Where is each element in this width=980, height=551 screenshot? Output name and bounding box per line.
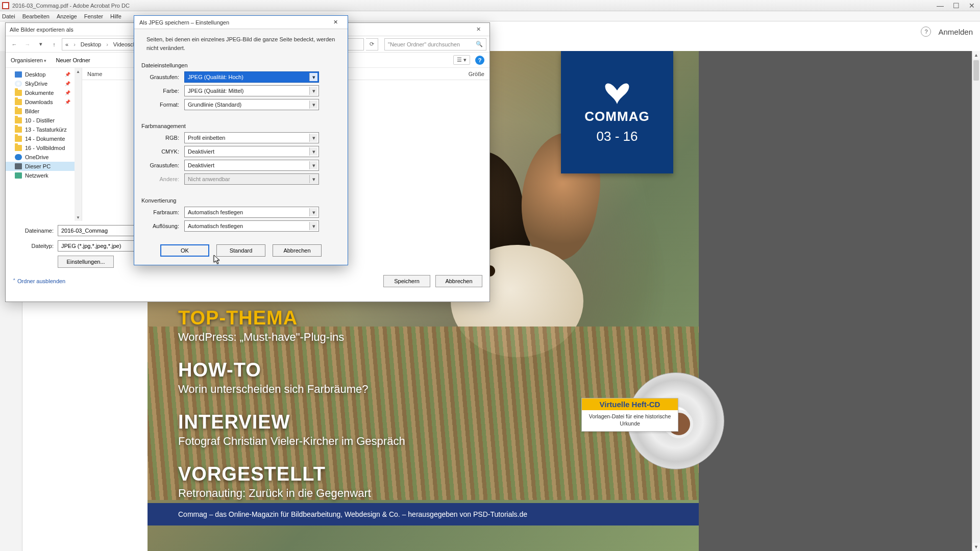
magazine-issue: 03 - 16 bbox=[597, 129, 638, 144]
explorer-help-icon[interactable]: ? bbox=[475, 56, 484, 65]
select-rgb[interactable]: Profil einbetten▾ bbox=[184, 132, 319, 143]
scroll-up-icon[interactable]: ▲ bbox=[75, 68, 82, 75]
group-conversion: Konvertierung Farbraum: Automatisch fest… bbox=[134, 192, 348, 239]
chevron-down-icon[interactable]: ▾ bbox=[309, 161, 317, 169]
settings-button[interactable]: Einstellungen... bbox=[58, 256, 114, 268]
sidebar-item-label: 13 - Tastaturkürz bbox=[25, 127, 67, 133]
sidebar-item[interactable]: SkyDrive📌 bbox=[6, 79, 82, 88]
cover-heading: TOP-THEMA bbox=[178, 307, 405, 329]
label-resolution: Auflösung: bbox=[140, 223, 184, 229]
maximize-icon[interactable]: ☐ bbox=[953, 2, 960, 10]
group-title: Dateieinstellungen bbox=[141, 62, 341, 68]
select-colorspace[interactable]: Automatisch festlegen▾ bbox=[184, 207, 319, 218]
sidebar-item[interactable]: Bilder bbox=[6, 107, 82, 116]
chevron-down-icon[interactable]: ▾ bbox=[309, 87, 317, 95]
cancel-button[interactable]: Abbrechen bbox=[435, 275, 482, 287]
cover-footer: Commag – das Online-Magazin für Bildbear… bbox=[148, 503, 699, 525]
search-placeholder: "Neuer Ordner" durchsuchen bbox=[388, 41, 460, 47]
search-input[interactable]: "Neuer Ordner" durchsuchen 🔍 bbox=[384, 38, 486, 51]
cover-footer-text: Commag – das Online-Magazin für Bildbear… bbox=[178, 510, 527, 518]
login-link[interactable]: Anmelden bbox=[938, 28, 973, 36]
sidebar-item-label: 16 - Vollbildmod bbox=[25, 145, 65, 151]
chevron-down-icon[interactable]: ▾ bbox=[309, 73, 317, 81]
refresh-icon[interactable]: ⟳ bbox=[366, 38, 378, 51]
select-format[interactable]: Grundlinie (Standard)▾ bbox=[184, 99, 319, 110]
ok-button[interactable]: OK bbox=[160, 244, 209, 257]
sidebar-item[interactable]: 14 - Dokumente bbox=[6, 134, 82, 143]
cover-sub: Worin unterscheiden sich Farbräume? bbox=[178, 383, 405, 396]
menu-anzeige[interactable]: Anzeige bbox=[57, 13, 77, 19]
pin-icon: 📌 bbox=[65, 90, 70, 95]
sidebar-item[interactable]: Desktop📌 bbox=[6, 70, 82, 79]
menu-hilfe[interactable]: Hilfe bbox=[110, 13, 121, 19]
sidebar-item-label: Dokumente bbox=[25, 90, 54, 96]
cover-sub: Fotograf Christian Vieler-Kircher im Ges… bbox=[178, 435, 405, 448]
nav-up-icon[interactable]: ↑ bbox=[48, 39, 60, 50]
menu-datei[interactable]: Datei bbox=[2, 13, 15, 19]
cancel-button[interactable]: Abbrechen bbox=[273, 244, 322, 257]
sidebar-item-label: Netzwerk bbox=[25, 172, 48, 179]
cover-heading: VORGESTELLT bbox=[178, 463, 405, 485]
sidebar-item-label: 14 - Dokumente bbox=[25, 136, 65, 142]
app-title-bar: 2016-03_Commag.pdf - Adobe Acrobat Pro D… bbox=[0, 0, 980, 11]
sidebar-item[interactable]: 16 - Vollbildmod bbox=[6, 143, 82, 153]
butterfly-icon bbox=[603, 80, 631, 105]
chevron-down-icon[interactable]: ▾ bbox=[309, 101, 317, 109]
col-size[interactable]: Größe bbox=[469, 71, 484, 77]
jpeg-dialog-title: Als JPEG speichern – Einstellungen bbox=[139, 19, 229, 26]
select-gray[interactable]: Deaktiviert▾ bbox=[184, 160, 319, 171]
sidebar-scrollbar[interactable]: ▲ ▼ bbox=[75, 68, 82, 221]
folder-icon bbox=[15, 99, 22, 105]
col-name[interactable]: Name bbox=[87, 71, 102, 77]
organize-menu[interactable]: Organisieren bbox=[11, 57, 47, 63]
menu-fenster[interactable]: Fenster bbox=[84, 13, 103, 19]
help-icon[interactable]: ? bbox=[921, 27, 931, 37]
chevron-down-icon[interactable]: ▾ bbox=[309, 147, 317, 156]
save-dialog-close-icon[interactable]: ✕ bbox=[470, 24, 486, 34]
sidebar-item[interactable]: Netzwerk bbox=[6, 171, 82, 180]
sidebar-item[interactable]: 13 - Tastaturkürz bbox=[6, 125, 82, 134]
jpeg-dialog-close-icon[interactable]: ✕ bbox=[328, 18, 342, 27]
nav-recent-icon[interactable]: ▾ bbox=[35, 39, 46, 50]
crumb[interactable]: « bbox=[65, 41, 68, 47]
search-icon[interactable]: 🔍 bbox=[476, 41, 483, 47]
nav-back-icon[interactable]: ← bbox=[9, 39, 20, 50]
scroll-thumb[interactable] bbox=[973, 60, 979, 81]
header-right: ? Anmelden bbox=[921, 27, 973, 37]
crumb[interactable]: Desktop bbox=[81, 41, 101, 47]
save-button[interactable]: Speichern bbox=[383, 275, 430, 287]
minimize-icon[interactable]: — bbox=[937, 2, 944, 10]
label-rgb: RGB: bbox=[140, 135, 184, 141]
select-resolution[interactable]: Automatisch festlegen▾ bbox=[184, 220, 319, 232]
sidebar-item[interactable]: OneDrive bbox=[6, 153, 82, 162]
label-grayscale: Graustufen: bbox=[140, 74, 184, 80]
sidebar-item[interactable]: Dieser PC bbox=[6, 162, 82, 171]
sidebar-item[interactable]: 10 - Distiller bbox=[6, 116, 82, 125]
group-title: Farbmanagement bbox=[141, 123, 341, 129]
chevron-down-icon[interactable]: ▾ bbox=[309, 208, 317, 216]
select-color[interactable]: JPEG (Qualität: Mittel)▾ bbox=[184, 85, 319, 96]
close-icon[interactable]: ✕ bbox=[969, 2, 975, 10]
menu-bearbeiten[interactable]: Bearbeiten bbox=[22, 13, 50, 19]
hide-folders-link[interactable]: Ordner ausblenden bbox=[13, 278, 65, 285]
select-cmyk[interactable]: Deaktiviert▾ bbox=[184, 146, 319, 157]
sidebar-item-label: Dieser PC bbox=[25, 163, 51, 169]
select-grayscale[interactable]: JPEG (Qualität: Hoch)▾ bbox=[184, 71, 319, 83]
vertical-scrollbar[interactable]: ▲ ▼ bbox=[972, 51, 980, 551]
nav-forward-icon[interactable]: → bbox=[22, 39, 33, 50]
view-mode-button[interactable]: ☰ ▾ bbox=[453, 55, 470, 65]
sidebar-item[interactable]: Dokumente📌 bbox=[6, 88, 82, 97]
new-folder-button[interactable]: Neuer Ordner bbox=[56, 57, 90, 63]
scroll-down-icon[interactable]: ▼ bbox=[972, 543, 980, 551]
chevron-down-icon: ▾ bbox=[309, 175, 317, 183]
sidebar-item-label: Downloads bbox=[25, 99, 53, 105]
magazine-logo-box: COMMAG 03 - 16 bbox=[561, 51, 673, 173]
standard-button[interactable]: Standard bbox=[216, 244, 265, 257]
chevron-down-icon[interactable]: ▾ bbox=[309, 134, 317, 142]
filetype-value: JPEG (*.jpg,*.jpeg,*.jpe) bbox=[61, 243, 121, 249]
scroll-down-icon[interactable]: ▼ bbox=[75, 214, 82, 221]
chevron-down-icon[interactable]: ▾ bbox=[309, 222, 317, 230]
sidebar-item[interactable]: Downloads📌 bbox=[6, 97, 82, 107]
scroll-up-icon[interactable]: ▲ bbox=[972, 51, 980, 59]
folder-icon bbox=[15, 108, 22, 114]
